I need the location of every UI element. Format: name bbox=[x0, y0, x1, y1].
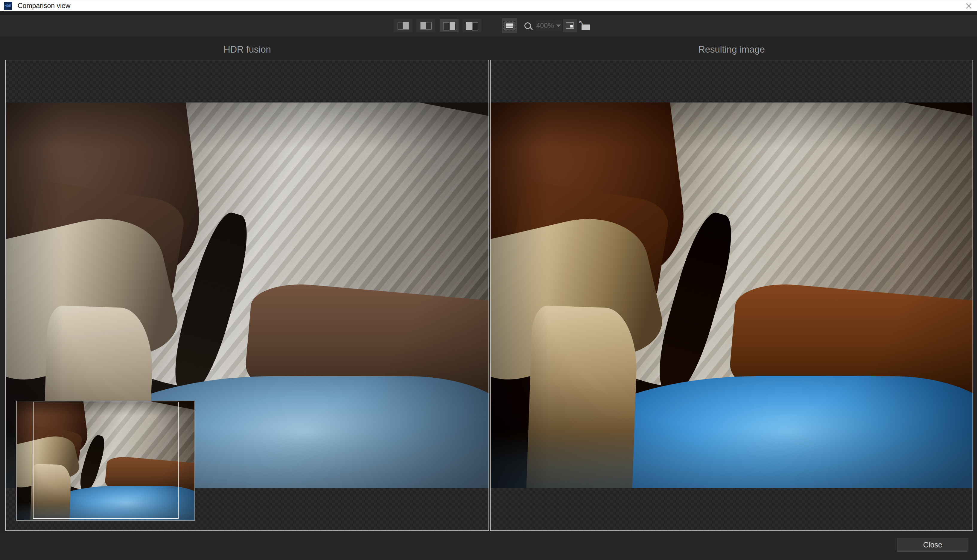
view-mode-split-left-button[interactable] bbox=[417, 19, 435, 32]
close-icon bbox=[965, 2, 972, 10]
two-pane-right-icon bbox=[443, 22, 456, 30]
close-button[interactable]: Close bbox=[897, 538, 968, 552]
window-close-button[interactable] bbox=[964, 1, 974, 11]
fit-to-window-icon bbox=[579, 21, 590, 30]
navigator-icon-page bbox=[505, 23, 513, 29]
view-mode-two-pane-left-button[interactable] bbox=[462, 19, 481, 32]
comparison-panel-left bbox=[5, 60, 489, 531]
navigator-toggle-button[interactable] bbox=[502, 18, 517, 33]
view-mode-split-right-button[interactable] bbox=[394, 19, 413, 32]
two-pane-left-icon bbox=[466, 22, 478, 30]
window-title: Comparison view bbox=[18, 2, 70, 10]
zoom-level-value: 400% bbox=[536, 22, 554, 30]
title-bar: HDR Comparison view bbox=[0, 0, 977, 11]
right-pane-header: Resulting image bbox=[490, 44, 973, 55]
actual-size-icon bbox=[565, 22, 574, 29]
toolbar: 400% bbox=[0, 11, 977, 37]
navigator-panel[interactable] bbox=[16, 401, 195, 521]
navigator-view-rect[interactable] bbox=[33, 402, 179, 519]
fit-to-window-button[interactable] bbox=[577, 19, 592, 32]
view-mode-two-pane-right-button[interactable] bbox=[440, 19, 458, 32]
navigator-icon bbox=[504, 21, 515, 30]
footer-bar: Close bbox=[0, 532, 977, 560]
comparison-panel-right bbox=[490, 60, 973, 531]
comparison-view-window: HDR Comparison view bbox=[0, 0, 977, 560]
zoom-level-select[interactable]: 400% bbox=[535, 20, 562, 32]
left-pane-header: HDR fusion bbox=[5, 44, 489, 55]
hdr-app-icon: HDR bbox=[4, 2, 12, 10]
zoom-dropdown[interactable] bbox=[554, 20, 562, 32]
actual-size-button[interactable] bbox=[563, 19, 577, 32]
vignette-overlay bbox=[490, 102, 972, 488]
magnifier-icon bbox=[524, 22, 531, 29]
cave-scene bbox=[490, 102, 972, 488]
split-view-left-icon bbox=[420, 22, 432, 30]
zoom-tool-button[interactable] bbox=[521, 19, 534, 32]
chevron-down-icon bbox=[556, 25, 561, 27]
split-view-right-icon bbox=[398, 22, 409, 30]
photo-resulting-image[interactable] bbox=[490, 102, 972, 488]
